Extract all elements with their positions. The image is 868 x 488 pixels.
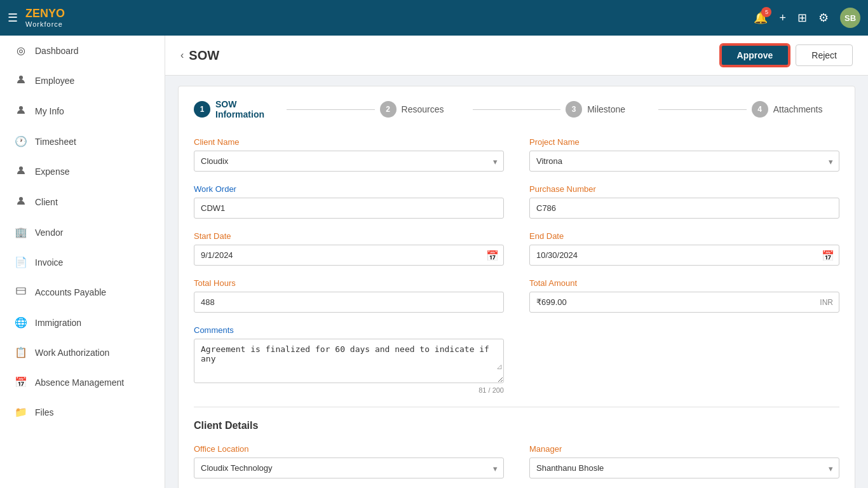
expense-icon — [15, 165, 27, 178]
project-name-select[interactable]: Vitrona — [529, 151, 839, 172]
step-4-label[interactable]: Attachments — [773, 104, 823, 114]
purchase-number-input[interactable] — [529, 198, 839, 219]
sidebar-item-files[interactable]: 📁 Files — [0, 397, 165, 427]
sidebar-label-vendor: Vendor — [35, 227, 63, 238]
accounts-payable-icon — [15, 286, 27, 299]
manager-select-wrapper: Shanthanu Bhosle — [529, 458, 839, 478]
manager-label: Manager — [529, 444, 839, 454]
topnav-left: ☰ ZENYO Workforce — [8, 8, 65, 28]
step-2-label[interactable]: Resources — [402, 104, 444, 114]
end-date-wrapper: 📅 — [529, 245, 839, 266]
sidebar-label-immigration: Immigration — [35, 318, 81, 328]
total-amount-wrapper: INR — [529, 292, 839, 313]
add-icon[interactable]: + — [779, 11, 786, 25]
sidebar-item-dashboard[interactable]: ◎ Dashboard — [0, 36, 165, 65]
office-location-select[interactable]: Cloudix Technology — [194, 458, 504, 478]
section-divider — [194, 407, 839, 407]
svg-point-2 — [19, 166, 23, 170]
topnav-right: 🔔 5 + ⊞ ⚙ SB — [754, 8, 860, 28]
comments-textarea[interactable] — [194, 339, 504, 383]
work-order-label: Work Order — [194, 184, 504, 194]
sidebar-label-employee: Employee — [35, 76, 74, 86]
sidebar-item-employee[interactable]: Employee — [0, 65, 165, 96]
timesheet-icon: 🕐 — [15, 135, 27, 147]
sidebar-label-client: Client — [35, 197, 58, 207]
start-date-input[interactable] — [194, 245, 504, 266]
immigration-icon: 🌐 — [15, 316, 27, 329]
back-arrow-icon[interactable]: ‹ — [180, 50, 184, 61]
step-4-circle: 4 — [752, 101, 768, 118]
vendor-icon: 🏢 — [15, 226, 27, 238]
manager-select[interactable]: Shanthanu Bhosle — [529, 458, 839, 478]
main-layout: ◎ Dashboard Employee My Info 🕐 Timesheet… — [0, 36, 868, 488]
sidebar-item-invoice[interactable]: 📄 Invoice — [0, 247, 165, 277]
form-row-3: Start Date 📅 End Date 📅 — [194, 231, 839, 266]
step-1: 1 SOW Information — [194, 99, 281, 119]
form-row-4: Total Hours Total Amount INR — [194, 278, 839, 313]
client-details-title: Client Details — [194, 420, 839, 431]
sidebar-label-expense: Expense — [35, 166, 69, 177]
client-name-select[interactable]: Cloudix — [194, 151, 504, 172]
svg-point-1 — [19, 106, 23, 110]
reject-button[interactable]: Reject — [796, 44, 853, 66]
sidebar-item-absence-management[interactable]: 📅 Absence Management — [0, 367, 165, 397]
sidebar-item-work-authorization[interactable]: 📋 Work Authorization — [0, 337, 165, 367]
form-group-end-date: End Date 📅 — [529, 231, 839, 266]
step-3-label[interactable]: Milestone — [587, 104, 625, 114]
sidebar-label-absence-management: Absence Management — [35, 377, 124, 388]
step-connector-1 — [287, 109, 374, 110]
start-date-calendar-icon[interactable]: 📅 — [486, 249, 499, 261]
total-amount-label: Total Amount — [529, 278, 839, 288]
logo-zenyo-text: ZENYO — [25, 8, 65, 20]
svg-rect-4 — [17, 288, 25, 294]
total-amount-input[interactable] — [529, 292, 839, 313]
logo-workforce-text: Workforce — [25, 20, 65, 28]
start-date-wrapper: 📅 — [194, 245, 504, 266]
end-date-calendar-icon[interactable]: 📅 — [822, 249, 834, 261]
menu-hamburger-icon[interactable]: ☰ — [8, 11, 18, 25]
sidebar-item-vendor[interactable]: 🏢 Vendor — [0, 217, 165, 247]
form-card: 1 SOW Information 2 Resources 3 Mileston… — [178, 86, 855, 488]
approve-button[interactable]: Approve — [721, 44, 790, 66]
sidebar-label-myinfo: My Info — [35, 106, 64, 116]
myinfo-icon — [15, 105, 27, 118]
comments-wrapper: ⊿ — [194, 339, 504, 385]
office-location-label: Office Location — [194, 444, 504, 454]
notification-badge: 5 — [761, 7, 771, 17]
svg-point-3 — [19, 197, 23, 201]
grid-icon[interactable]: ⊞ — [797, 11, 807, 25]
absence-management-icon: 📅 — [15, 376, 27, 388]
sidebar-label-invoice: Invoice — [35, 257, 63, 268]
resize-handle-icon[interactable]: ⊿ — [496, 362, 503, 371]
form-group-manager: Manager Shanthanu Bhosle — [529, 444, 839, 478]
sidebar-item-expense[interactable]: Expense — [0, 156, 165, 187]
end-date-input[interactable] — [529, 245, 839, 266]
step-connector-2 — [473, 109, 560, 110]
work-order-input[interactable] — [194, 198, 504, 219]
sidebar-item-immigration[interactable]: 🌐 Immigration — [0, 308, 165, 337]
office-location-select-wrapper: Cloudix Technology — [194, 458, 504, 478]
dashboard-icon: ◎ — [15, 44, 27, 57]
avatar[interactable]: SB — [840, 8, 860, 28]
total-hours-label: Total Hours — [194, 278, 504, 288]
step-4: 4 Attachments — [752, 101, 839, 118]
settings-icon[interactable]: ⚙ — [818, 11, 829, 25]
total-hours-input[interactable] — [194, 292, 504, 313]
page-title: SOW — [189, 48, 219, 63]
step-3-circle: 3 — [566, 101, 582, 118]
step-3: 3 Milestone — [566, 101, 653, 118]
files-icon: 📁 — [15, 406, 27, 418]
form-group-total-hours: Total Hours — [194, 278, 504, 313]
sidebar-item-accounts-payable[interactable]: Accounts Payable — [0, 277, 165, 308]
sidebar-item-timesheet[interactable]: 🕐 Timesheet — [0, 126, 165, 156]
step-2: 2 Resources — [380, 101, 468, 118]
sidebar-label-work-authorization: Work Authorization — [35, 348, 109, 358]
step-1-label[interactable]: SOW Information — [215, 99, 281, 119]
form-group-empty — [529, 325, 839, 394]
form-group-purchase-number: Purchase Number — [529, 184, 839, 219]
sidebar-label-files: Files — [35, 407, 54, 417]
sidebar-item-client[interactable]: Client — [0, 187, 165, 217]
page-title-row: ‹ SOW — [180, 48, 219, 63]
sidebar-item-myinfo[interactable]: My Info — [0, 96, 165, 126]
notification-icon[interactable]: 🔔 5 — [754, 11, 768, 25]
